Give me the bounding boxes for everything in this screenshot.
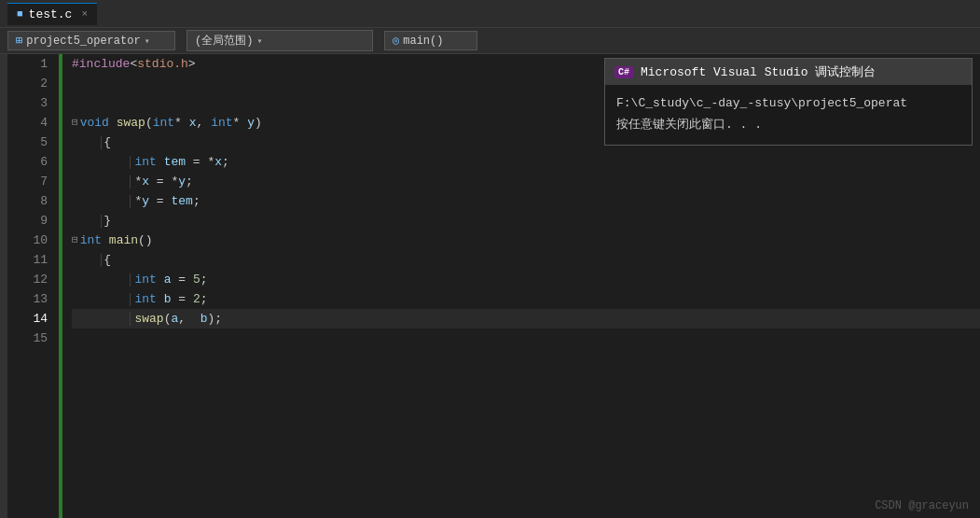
project-icon: ⊞ — [16, 34, 22, 48]
debug-console[interactable]: C# Microsoft Visual Studio 调试控制台 F:\C_st… — [604, 58, 973, 146]
toolbar: ⊞ project5_operator ▾ (全局范围) ▾ ◎ main() — [0, 28, 980, 54]
watermark: CSDN @graceyun — [875, 499, 969, 512]
line-num-4: 4 — [15, 113, 48, 133]
line-num-3: 3 — [15, 93, 48, 113]
title-bar: ■ test.c × — [0, 0, 980, 28]
indent-guide — [130, 156, 131, 169]
code-line-13: int b = 2; — [72, 289, 980, 309]
file-icon: ■ — [17, 8, 23, 20]
indent-guide — [101, 254, 102, 267]
debug-console-body: F:\C_study\c_-day_-stusy\project5_operat… — [605, 85, 972, 145]
line-num-11: 11 — [15, 250, 48, 270]
debug-console-title-text: Microsoft Visual Studio 调试控制台 — [641, 63, 876, 80]
code-line-6: int tem = *x; — [72, 152, 980, 172]
indent-guide — [130, 293, 131, 306]
function-dropdown[interactable]: ◎ main() — [384, 31, 477, 50]
line-num-9: 9 — [15, 211, 48, 231]
project-name: project5_operator — [26, 35, 140, 48]
line-num-2: 2 — [15, 74, 48, 93]
function-icon: ◎ — [393, 34, 399, 48]
collapse-icon-4[interactable]: ⊟ — [72, 113, 78, 133]
scope-label: (全局范围) — [195, 33, 253, 49]
debug-path: F:\C_study\c_-day_-stusy\project5_operat — [616, 94, 960, 114]
line-num-15: 15 — [15, 329, 48, 348]
line-num-13: 13 — [15, 289, 48, 309]
line-num-1: 1 — [15, 54, 48, 74]
tab-filename: test.c — [29, 7, 73, 21]
line-num-5: 5 — [15, 133, 48, 152]
code-line-7: *x = *y; — [72, 172, 980, 191]
code-line-14: swap(a, b); — [72, 309, 980, 329]
debug-console-titlebar: C# Microsoft Visual Studio 调试控制台 — [605, 59, 972, 85]
code-line-9: } — [72, 211, 980, 231]
indent-guide — [130, 313, 131, 326]
code-line-15 — [72, 329, 980, 348]
code-line-8: *y = tem; — [72, 191, 980, 211]
line-num-6: 6 — [15, 152, 48, 172]
debug-hint: 按任意键关闭此窗口. . . — [616, 116, 960, 135]
indent-guide — [101, 136, 102, 149]
code-line-12: int a = 5; — [72, 270, 980, 289]
line-numbers: 1 2 3 4 5 6 7 8 9 10 11 12 13 14 15 — [7, 54, 59, 518]
indent-guide — [130, 175, 131, 189]
tab-close-button[interactable]: × — [81, 8, 88, 20]
line-num-8: 8 — [15, 191, 48, 211]
line-num-7: 7 — [15, 172, 48, 191]
scope-dropdown-arrow: ▾ — [256, 35, 262, 47]
code-line-10: ⊟int main() — [72, 231, 980, 250]
line-num-12: 12 — [15, 270, 48, 289]
project-dropdown[interactable]: ⊞ project5_operator ▾ — [7, 31, 175, 50]
indent-guide — [130, 273, 131, 287]
project-dropdown-arrow: ▾ — [145, 35, 150, 47]
line-num-10: 10 — [15, 231, 48, 250]
scope-dropdown[interactable]: (全局范围) ▾ — [186, 30, 373, 51]
activity-bar — [0, 54, 7, 518]
indent-guide — [101, 215, 102, 228]
line-num-14: 14 — [15, 309, 48, 329]
code-line-11: { — [72, 250, 980, 270]
file-tab[interactable]: ■ test.c × — [7, 3, 97, 25]
function-name: main() — [403, 35, 443, 48]
indent-guide — [130, 195, 131, 208]
debug-console-icon: C# — [614, 66, 633, 78]
collapse-icon-10[interactable]: ⊟ — [72, 231, 78, 250]
